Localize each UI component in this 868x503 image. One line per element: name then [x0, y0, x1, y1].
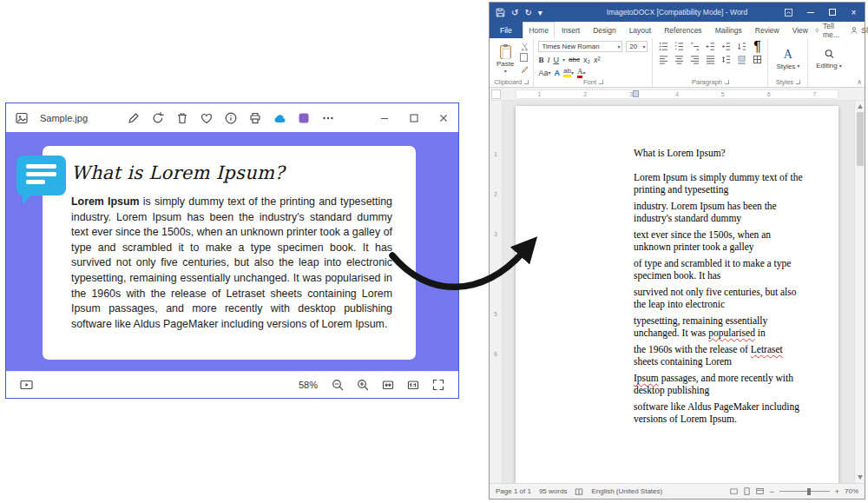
styles-dialog-launcher[interactable] — [796, 80, 800, 84]
paste-button[interactable]: Paste ▾ — [494, 41, 516, 77]
undo-button[interactable]: ↺ — [511, 3, 518, 22]
paragraph-dialog-launcher[interactable] — [725, 80, 729, 84]
scroll-up-arrow[interactable] — [858, 104, 863, 109]
align-left-button[interactable] — [657, 54, 669, 65]
indent-marker[interactable] — [633, 90, 639, 97]
word-count[interactable]: 95 words — [539, 487, 567, 495]
word-minimize-button[interactable] — [799, 3, 821, 22]
clipboard-dialog-launcher[interactable] — [524, 80, 529, 84]
more-button[interactable] — [320, 110, 335, 125]
viewer-minimize-button[interactable] — [370, 103, 399, 132]
tab-references[interactable]: References — [658, 22, 708, 38]
sort-button[interactable] — [735, 41, 747, 52]
close-icon — [437, 111, 450, 125]
multilevel-list-button[interactable] — [688, 41, 700, 52]
superscript-button[interactable]: x² — [594, 54, 601, 65]
vertical-scrollbar[interactable] — [854, 101, 865, 483]
tab-mailings[interactable]: Mailings — [708, 22, 748, 38]
actual-size-button[interactable] — [406, 378, 420, 392]
delete-button[interactable] — [174, 110, 189, 125]
font-size-select[interactable]: 20▾ — [626, 41, 648, 52]
font-name-select[interactable]: Times New Roman▾ — [538, 41, 622, 52]
tab-view[interactable]: View — [786, 22, 814, 38]
save-button[interactable] — [496, 3, 505, 22]
cut-button[interactable] — [521, 43, 529, 51]
apps-button[interactable] — [296, 110, 311, 125]
proofing-icon[interactable] — [575, 487, 583, 496]
zoom-out-control[interactable]: − — [769, 487, 773, 496]
conversion-arrow — [380, 217, 554, 317]
qat-customize-button[interactable]: ▾ — [538, 3, 542, 22]
increase-indent-button[interactable] — [720, 41, 732, 52]
info-button[interactable] — [223, 110, 238, 125]
word-maximize-button[interactable] — [821, 3, 843, 22]
underline-menu-arrow[interactable]: ▾ — [562, 57, 565, 63]
cloud-upload-button[interactable] — [272, 110, 286, 125]
zoom-percent[interactable]: 70% — [845, 487, 858, 495]
bold-button[interactable]: B — [538, 54, 543, 65]
zoom-slider[interactable] — [779, 491, 830, 492]
styles-button[interactable]: A Styles▾ — [773, 41, 803, 77]
fit-window-button[interactable] — [381, 378, 395, 392]
fullscreen-button[interactable] — [431, 378, 445, 392]
ribbon: Paste ▾ Clipboard Ti — [490, 38, 865, 88]
viewer-maximize-button[interactable] — [399, 103, 429, 132]
bullets-button[interactable] — [657, 41, 669, 52]
scroll-down-arrow[interactable] — [858, 475, 863, 480]
doc-heading: What is Lorem Ipsum? — [634, 147, 808, 159]
italic-button[interactable]: I — [547, 54, 549, 65]
justify-icon — [706, 55, 715, 64]
underline-button[interactable]: U — [553, 54, 559, 65]
share-button[interactable]: Share — [850, 26, 868, 35]
actual-size-icon — [406, 378, 420, 392]
strikethrough-button[interactable]: abc — [569, 54, 580, 65]
format-painter-button[interactable] — [521, 65, 529, 74]
zoom-slider-thumb[interactable] — [807, 488, 811, 495]
tab-review[interactable]: Review — [748, 22, 786, 38]
align-center-button[interactable] — [673, 54, 685, 65]
slideshow-button[interactable] — [19, 378, 34, 392]
read-mode-button[interactable] — [730, 487, 738, 495]
edit-button[interactable] — [126, 110, 141, 125]
paste-icon — [500, 45, 511, 59]
favorite-button[interactable] — [199, 110, 214, 125]
align-center-icon — [674, 55, 684, 64]
numbering-button[interactable] — [673, 41, 685, 52]
shading-button[interactable] — [735, 54, 747, 65]
tab-insert[interactable]: Insert — [555, 22, 586, 38]
ribbon-tabs: File Home Insert Design Layout Reference… — [490, 22, 865, 38]
show-formatting-button[interactable]: ¶ — [751, 41, 763, 52]
zoom-in-button[interactable] — [356, 378, 370, 392]
document-page[interactable]: What is Lorem Ipsum? Lorem Ipsum is simp… — [516, 106, 838, 483]
ribbon-display-icon — [784, 8, 793, 17]
zoom-out-button[interactable] — [331, 378, 345, 392]
subscript-button[interactable]: x₂ — [583, 54, 590, 65]
ribbon-display-button[interactable] — [778, 3, 799, 22]
page-indicator[interactable]: Page 1 of 1 — [496, 487, 531, 495]
print-layout-button[interactable] — [743, 487, 751, 495]
line-spacing-button[interactable] — [720, 54, 732, 65]
scrollbar-thumb[interactable] — [857, 112, 864, 166]
tab-layout[interactable]: Layout — [622, 22, 658, 38]
viewer-close-button[interactable] — [429, 103, 458, 132]
language-indicator[interactable]: English (United States) — [591, 487, 662, 495]
borders-button[interactable] — [751, 54, 763, 65]
tab-file[interactable]: File — [490, 22, 523, 38]
redo-button[interactable]: ↻ — [524, 3, 531, 22]
collapse-ribbon-button[interactable]: ∧ — [857, 78, 862, 86]
tab-selector[interactable] — [491, 89, 501, 99]
editing-button[interactable]: Editing▾ — [812, 41, 845, 77]
word-close-button[interactable]: × — [843, 3, 865, 22]
tell-me-box[interactable]: Tell me... — [814, 22, 842, 39]
copy-button[interactable] — [521, 55, 529, 62]
align-right-button[interactable] — [688, 54, 700, 65]
tab-design[interactable]: Design — [587, 22, 622, 38]
rotate-button[interactable] — [150, 110, 165, 125]
web-layout-button[interactable] — [756, 487, 764, 495]
justify-button[interactable] — [704, 54, 716, 65]
print-button[interactable] — [247, 110, 262, 125]
zoom-in-control[interactable]: + — [835, 487, 839, 496]
font-dialog-launcher[interactable] — [599, 80, 603, 84]
tab-home[interactable]: Home — [523, 22, 556, 38]
decrease-indent-button[interactable] — [704, 41, 716, 52]
